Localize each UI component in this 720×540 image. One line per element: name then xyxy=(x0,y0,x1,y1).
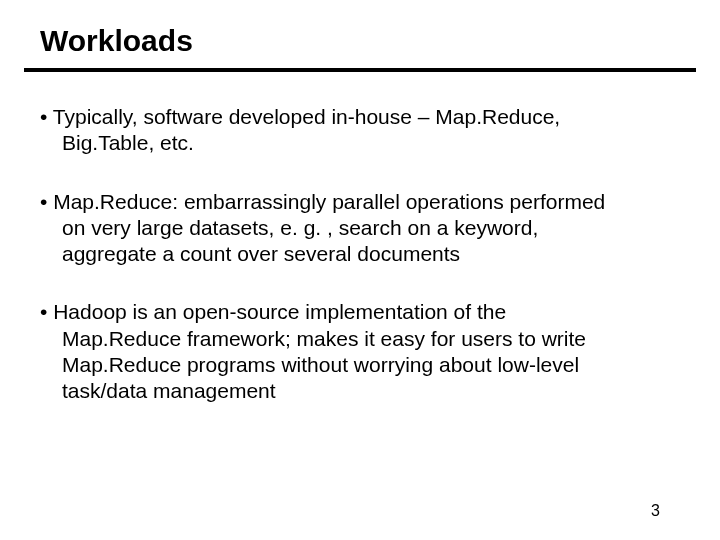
bullet-line: task/data management xyxy=(40,378,680,404)
title-divider xyxy=(24,68,696,72)
bullet-line: aggregate a count over several documents xyxy=(40,241,680,267)
bullet-item: • Map.Reduce: embarrassingly parallel op… xyxy=(40,189,680,268)
bullet-line: • Map.Reduce: embarrassingly parallel op… xyxy=(40,189,680,215)
page-number: 3 xyxy=(651,502,660,520)
bullet-line: Map.Reduce programs without worrying abo… xyxy=(40,352,680,378)
bullet-line: on very large datasets, e. g. , search o… xyxy=(40,215,680,241)
bullet-line: Big.Table, etc. xyxy=(40,130,680,156)
bullet-item: • Typically, software developed in-house… xyxy=(40,104,680,157)
bullet-line: Map.Reduce framework; makes it easy for … xyxy=(40,326,680,352)
bullet-line: • Typically, software developed in-house… xyxy=(40,104,680,130)
slide-title: Workloads xyxy=(40,24,680,58)
slide-content: • Typically, software developed in-house… xyxy=(40,104,680,404)
bullet-line: • Hadoop is an open-source implementatio… xyxy=(40,299,680,325)
bullet-item: • Hadoop is an open-source implementatio… xyxy=(40,299,680,404)
